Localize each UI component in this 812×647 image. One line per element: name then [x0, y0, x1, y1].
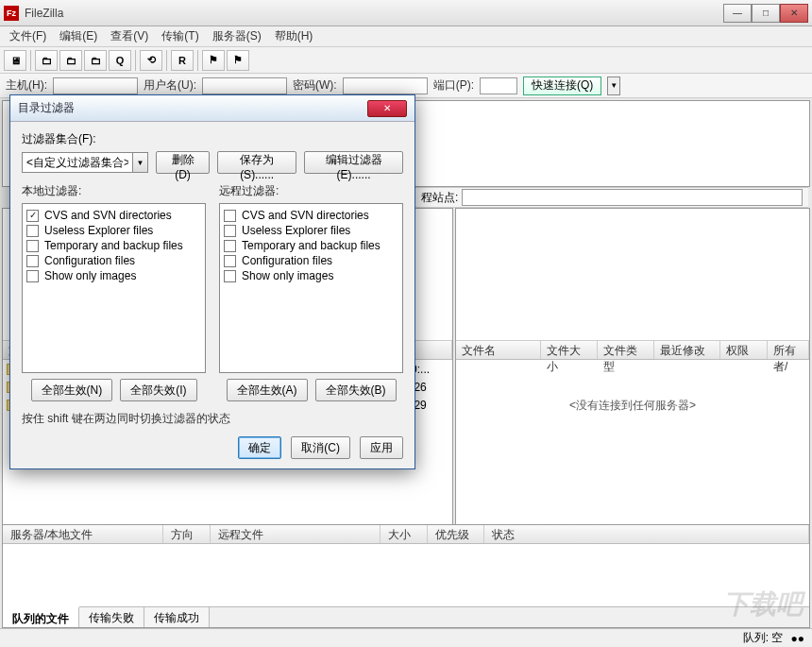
qcol-server[interactable]: 服务器/本地文件 — [3, 525, 163, 543]
tab-success[interactable]: 传输成功 — [144, 607, 210, 627]
filter-item[interactable]: CVS and SVN directories — [26, 208, 201, 223]
checkbox[interactable] — [26, 255, 39, 267]
toolbar: 🖥 🗀 🗀 🗀 Q ⟲ R ⚑ ⚑ — [0, 47, 812, 74]
filter-item[interactable]: Useless Explorer files — [224, 223, 398, 238]
filter-set-input[interactable] — [22, 152, 133, 173]
toggle-tree-remote-button[interactable]: 🗀 — [59, 50, 82, 71]
quickconnect-button[interactable]: 快速连接(Q) — [523, 77, 601, 95]
save-as-button[interactable]: 保存为(S)...... — [217, 151, 296, 174]
port-label: 端口(P): — [433, 77, 474, 94]
queue-status-label: 队列: 空 — [743, 630, 784, 646]
cancel-dialog-button[interactable]: 取消(C) — [291, 436, 350, 459]
remote-enable-all-button[interactable]: 全部生效(A) — [227, 379, 308, 401]
toggle-log-button[interactable]: Q — [109, 50, 131, 71]
col-filename[interactable]: 文件名 — [456, 341, 541, 359]
maximize-button[interactable]: □ — [752, 4, 780, 23]
toolbar-separator — [135, 50, 136, 71]
toolbar-separator — [30, 50, 31, 71]
checkbox[interactable] — [224, 225, 236, 237]
remote-site-row: 程站点: — [415, 187, 808, 208]
chevron-down-icon[interactable]: ▼ — [133, 152, 148, 173]
toggle-queue-button[interactable]: 🗀 — [84, 50, 107, 71]
remote-site-input[interactable] — [462, 189, 803, 206]
apply-button[interactable]: 应用 — [360, 436, 403, 459]
col-owner[interactable]: 所有者/ — [768, 341, 809, 359]
checkbox[interactable] — [26, 270, 39, 282]
checkbox[interactable] — [26, 240, 39, 252]
filter-item[interactable]: Show only images — [26, 268, 201, 283]
filter-label: CVS and SVN directories — [44, 209, 172, 222]
port-input[interactable] — [480, 77, 517, 94]
username-input[interactable] — [202, 77, 287, 94]
app-logo-icon: Fz — [4, 6, 19, 21]
col-permissions[interactable]: 权限 — [720, 341, 768, 359]
qcol-priority[interactable]: 优先级 — [428, 525, 484, 543]
remote-tree[interactable] — [456, 209, 809, 341]
quickconnect-history-dropdown[interactable]: ▼ — [607, 77, 620, 95]
checkbox[interactable] — [224, 255, 236, 267]
local-enable-all-button[interactable]: 全部生效(N) — [31, 379, 113, 401]
filter-set-combo[interactable]: ▼ — [22, 152, 148, 173]
col-modified[interactable]: 最近修改 — [654, 341, 720, 359]
checkbox[interactable] — [224, 270, 236, 282]
ok-button[interactable]: 确定 — [238, 436, 281, 459]
queue-list[interactable] — [3, 544, 809, 606]
close-button[interactable]: ✕ — [780, 4, 808, 23]
menu-edit[interactable]: 编辑(E) — [54, 26, 103, 46]
col-filetype[interactable]: 文件类型 — [598, 341, 654, 359]
filter-label: CVS and SVN directories — [242, 209, 369, 222]
local-filters-column: 本地过滤器: CVS and SVN directories Useless E… — [22, 183, 206, 401]
remote-empty-message: <没有连接到任何服务器> — [456, 398, 809, 414]
menu-view[interactable]: 查看(V) — [105, 26, 154, 46]
filter-item[interactable]: CVS and SVN directories — [224, 208, 398, 223]
checkbox[interactable] — [224, 240, 236, 252]
process-queue-button[interactable]: R — [171, 50, 194, 71]
tab-queued[interactable]: 队列的文件 — [3, 606, 79, 627]
qcol-size[interactable]: 大小 — [381, 525, 428, 543]
host-input[interactable] — [53, 77, 138, 94]
filter-item[interactable]: Temporary and backup files — [224, 238, 398, 253]
remote-disable-all-button[interactable]: 全部失效(B) — [315, 379, 397, 401]
window-titlebar: Fz FileZilla — □ ✕ — [0, 0, 812, 26]
password-input[interactable] — [343, 77, 428, 94]
menu-file[interactable]: 文件(F) — [4, 26, 52, 46]
filter-item[interactable]: Show only images — [224, 268, 398, 283]
minimize-button[interactable]: — — [723, 4, 752, 23]
qcol-remote[interactable]: 远程文件 — [211, 525, 381, 543]
checkbox[interactable] — [26, 225, 39, 237]
checkbox[interactable] — [224, 210, 236, 222]
remote-filters-list[interactable]: CVS and SVN directories Useless Explorer… — [219, 203, 403, 373]
filter-label: Useless Explorer files — [242, 224, 350, 237]
filter-label: Useless Explorer files — [44, 224, 153, 237]
dialog-title: 目录过滤器 — [18, 100, 367, 116]
delete-set-button[interactable]: 删除(D) — [156, 151, 210, 174]
edit-filters-button[interactable]: 编辑过滤器(E)...... — [304, 151, 403, 174]
menu-help[interactable]: 帮助(H) — [269, 26, 319, 46]
filter-dialog: 目录过滤器 ✕ 过滤器集合(F): ▼ 删除(D) 保存为(S)...... 编… — [9, 94, 415, 469]
toggle-tree-local-button[interactable]: 🗀 — [35, 50, 58, 71]
qcol-status[interactable]: 状态 — [484, 525, 809, 543]
col-filesize[interactable]: 文件大小 — [541, 341, 598, 359]
transfer-queue: 服务器/本地文件 方向 远程文件 大小 优先级 状态 队列的文件 传输失败 传输… — [2, 524, 810, 628]
refresh-button[interactable]: ⟲ — [140, 50, 162, 71]
window-title: FileZilla — [25, 7, 723, 20]
menu-transfer[interactable]: 传输(T) — [156, 26, 204, 46]
dialog-close-button[interactable]: ✕ — [367, 100, 407, 117]
filter-item[interactable]: Useless Explorer files — [26, 223, 201, 238]
local-disable-all-button[interactable]: 全部失效(I) — [120, 379, 196, 401]
disconnect-button[interactable]: ⚑ — [227, 50, 249, 71]
checkbox[interactable] — [26, 210, 39, 222]
qcol-direction[interactable]: 方向 — [163, 525, 211, 543]
sitemanager-button[interactable]: 🖥 — [4, 50, 26, 71]
dialog-hint: 按住 shift 键在两边同时切换过滤器的状态 — [22, 411, 403, 427]
tab-failed[interactable]: 传输失败 — [79, 607, 144, 627]
filter-item[interactable]: Configuration files — [26, 253, 201, 268]
local-filters-list[interactable]: CVS and SVN directories Useless Explorer… — [22, 203, 206, 373]
filter-label: Show only images — [44, 269, 136, 282]
menu-server[interactable]: 服务器(S) — [207, 26, 267, 46]
dialog-titlebar[interactable]: 目录过滤器 ✕ — [10, 95, 414, 122]
cancel-button[interactable]: ⚑ — [202, 50, 225, 71]
filter-item[interactable]: Configuration files — [224, 253, 398, 268]
queue-tabs: 队列的文件 传输失败 传输成功 — [3, 606, 809, 627]
filter-item[interactable]: Temporary and backup files — [26, 238, 201, 253]
